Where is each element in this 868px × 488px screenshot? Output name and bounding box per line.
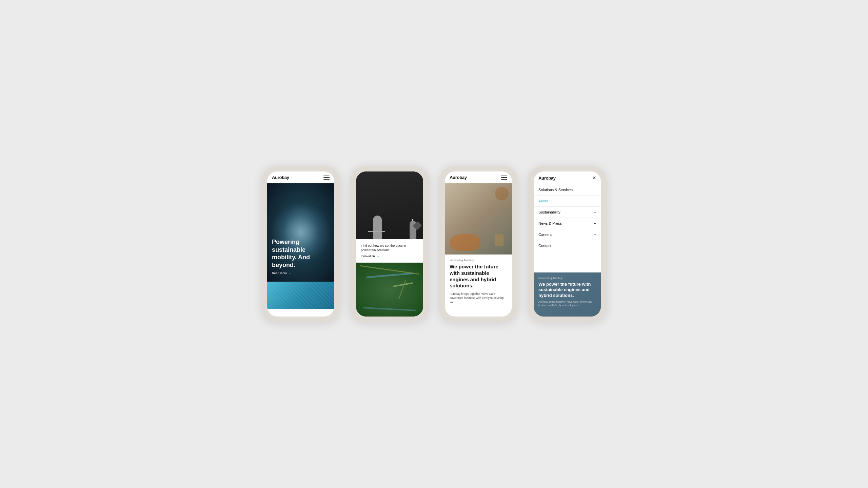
menu-item-sustainability-label: Sustainability	[538, 210, 560, 214]
phone-1-nav: Aurobay	[267, 171, 334, 183]
phone-4-screen: Aurobay × Solutions & Services + About +…	[534, 171, 601, 317]
menu-item-contact[interactable]: Contact	[534, 240, 601, 251]
menu-item-contact-label: Contact	[538, 244, 551, 248]
phone-1-hero-text: Powering sustainable mobility. And beyon…	[272, 238, 330, 275]
phone-3-body: Aurobay brings together Volvo Cars' powe…	[450, 292, 507, 304]
phone-3-content: Introducing Aurobay We power the future …	[445, 255, 512, 308]
arrow-right-icon: →	[376, 255, 380, 258]
phone-3-hands-image	[445, 183, 512, 255]
phone-4-introducing: Introducing Aurobay	[538, 277, 596, 280]
read-more-link[interactable]: Read more →	[272, 271, 330, 275]
menu-item-sustainability-plus: +	[594, 210, 596, 214]
phone-4-bottom-preview: Introducing Aurobay We power the future …	[534, 272, 601, 317]
menu-item-solutions-label: Solutions & Services	[538, 188, 573, 192]
phone-4-bottom-text: Introducing Aurobay We power the future …	[538, 277, 596, 307]
phone-2-card-text: Find out how we set the pace in powertra…	[361, 243, 418, 252]
phone-2-screen: Find out how we set the pace in powertra…	[356, 171, 423, 317]
phone-3-shell: Aurobay Introducing Aurobay We power the…	[439, 166, 517, 322]
phone-4-bottom-title: We power the future with sustainable eng…	[538, 282, 596, 298]
phone-3-title: We power the future with sustainable eng…	[450, 264, 507, 289]
close-menu-icon[interactable]: ×	[592, 175, 596, 181]
innovation-link[interactable]: Innovation →	[361, 255, 418, 258]
arrow-icon: →	[289, 271, 292, 275]
phone-2-top-image	[356, 171, 423, 239]
phone-3-introducing: Introducing Aurobay	[450, 259, 507, 262]
menu-item-news-press-plus: +	[594, 221, 596, 225]
menu-item-careers-plus: +	[594, 232, 596, 237]
menu-item-about-plus: +	[594, 199, 596, 203]
phone-3-logo: Aurobay	[450, 175, 467, 180]
menu-item-solutions-plus: +	[594, 188, 596, 192]
menu-item-news-press-label: News & Press	[538, 221, 562, 225]
phone-1-screen: Aurobay Powering sustainable mobility. A…	[267, 171, 334, 317]
phone-4-nav: Aurobay ×	[534, 171, 601, 184]
phone-2-bottom-aerial	[356, 263, 423, 317]
aerial-view-image	[356, 263, 423, 317]
phone-3-nav: Aurobay	[445, 171, 512, 183]
phones-container: Aurobay Powering sustainable mobility. A…	[262, 166, 606, 322]
phone-1-hero: Powering sustainable mobility. And beyon…	[267, 183, 334, 282]
menu-item-about-label: About	[538, 199, 548, 203]
hamburger-menu-icon[interactable]	[323, 176, 330, 180]
menu-item-careers[interactable]: Careers +	[534, 229, 601, 240]
menu-item-careers-label: Careers	[538, 232, 552, 237]
phone-2-shell: Find out how we set the pace in powertra…	[351, 166, 429, 322]
phone-1-hero-title: Powering sustainable mobility. And beyon…	[272, 238, 330, 269]
phone-1-bottom	[267, 282, 334, 309]
menu-item-sustainability[interactable]: Sustainability +	[534, 207, 601, 218]
menu-item-news-press[interactable]: News & Press +	[534, 218, 601, 229]
phone-2-card: Find out how we set the pace in powertra…	[356, 239, 423, 263]
phone-1-shell: Aurobay Powering sustainable mobility. A…	[262, 166, 340, 322]
phone-4-bottom-body: Aurobay brings together Volvo Cars' powe…	[538, 300, 596, 307]
menu-item-about[interactable]: About +	[534, 196, 601, 207]
phone-4-logo: Aurobay	[538, 176, 556, 181]
menu-item-solutions[interactable]: Solutions & Services +	[534, 184, 601, 196]
phone-4-shell: Aurobay × Solutions & Services + About +…	[528, 166, 606, 322]
phone-1-logo: Aurobay	[272, 175, 289, 180]
phone-2-people-image	[356, 171, 423, 239]
phone-3-screen: Aurobay Introducing Aurobay We power the…	[445, 171, 512, 317]
phone-4-menu: Solutions & Services + About + Sustainab…	[534, 184, 601, 272]
phone-3-hamburger-icon[interactable]	[501, 176, 507, 180]
